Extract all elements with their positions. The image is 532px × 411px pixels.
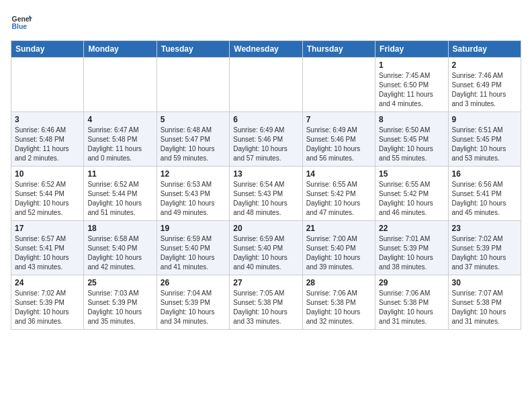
day-info: Sunrise: 6:50 AM Sunset: 5:45 PM Dayligh… <box>379 126 444 163</box>
calendar-cell: 16Sunrise: 6:56 AM Sunset: 5:41 PM Dayli… <box>448 167 521 221</box>
calendar-cell: 7Sunrise: 6:49 AM Sunset: 5:46 PM Daylig… <box>302 112 375 167</box>
day-info: Sunrise: 7:02 AM Sunset: 5:39 PM Dayligh… <box>452 234 517 272</box>
day-number: 25 <box>87 278 152 287</box>
weekday-header: Thursday <box>302 41 375 58</box>
day-info: Sunrise: 7:45 AM Sunset: 6:50 PM Dayligh… <box>379 71 444 109</box>
calendar-cell <box>230 58 302 112</box>
day-number: 5 <box>161 115 226 124</box>
calendar-cell: 25Sunrise: 7:03 AM Sunset: 5:39 PM Dayli… <box>84 275 157 330</box>
weekday-header: Tuesday <box>157 41 229 58</box>
day-number: 4 <box>87 115 152 124</box>
weekday-header: Wednesday <box>230 41 302 58</box>
day-number: 15 <box>379 169 444 179</box>
calendar-cell: 4Sunrise: 6:47 AM Sunset: 5:48 PM Daylig… <box>84 112 157 167</box>
calendar-cell: 29Sunrise: 7:06 AM Sunset: 5:38 PM Dayli… <box>375 275 448 330</box>
day-number: 12 <box>161 169 226 179</box>
calendar-cell: 28Sunrise: 7:06 AM Sunset: 5:38 PM Dayli… <box>302 275 375 330</box>
weekday-header: Monday <box>84 41 157 58</box>
day-number: 7 <box>306 115 371 124</box>
day-number: 20 <box>233 224 298 233</box>
calendar-cell: 30Sunrise: 7:07 AM Sunset: 5:38 PM Dayli… <box>448 275 521 330</box>
day-info: Sunrise: 7:03 AM Sunset: 5:39 PM Dayligh… <box>87 289 152 326</box>
day-number: 6 <box>233 115 298 124</box>
day-number: 19 <box>161 224 226 233</box>
day-number: 2 <box>452 60 517 70</box>
day-info: Sunrise: 7:01 AM Sunset: 5:39 PM Dayligh… <box>379 234 444 272</box>
calendar-cell <box>84 58 157 112</box>
day-info: Sunrise: 6:56 AM Sunset: 5:41 PM Dayligh… <box>452 180 517 218</box>
day-number: 16 <box>452 169 517 179</box>
weekday-header: Friday <box>375 41 448 58</box>
svg-text:Blue: Blue <box>12 23 28 30</box>
day-number: 23 <box>452 224 517 233</box>
calendar-cell: 26Sunrise: 7:04 AM Sunset: 5:39 PM Dayli… <box>157 275 229 330</box>
calendar-cell <box>11 58 84 112</box>
logo: General Blue <box>11 11 32 32</box>
day-info: Sunrise: 6:53 AM Sunset: 5:43 PM Dayligh… <box>161 180 226 218</box>
day-info: Sunrise: 6:54 AM Sunset: 5:43 PM Dayligh… <box>233 180 298 218</box>
calendar-cell: 18Sunrise: 6:58 AM Sunset: 5:40 PM Dayli… <box>84 221 157 275</box>
calendar-cell: 24Sunrise: 7:02 AM Sunset: 5:39 PM Dayli… <box>11 275 84 330</box>
calendar-cell: 6Sunrise: 6:49 AM Sunset: 5:46 PM Daylig… <box>230 112 302 167</box>
calendar-cell: 21Sunrise: 7:00 AM Sunset: 5:40 PM Dayli… <box>302 221 375 275</box>
day-number: 17 <box>15 224 80 233</box>
day-info: Sunrise: 6:52 AM Sunset: 5:44 PM Dayligh… <box>87 180 152 218</box>
calendar-week-row: 1Sunrise: 7:45 AM Sunset: 6:50 PM Daylig… <box>11 58 521 112</box>
calendar-cell: 27Sunrise: 7:05 AM Sunset: 5:38 PM Dayli… <box>230 275 302 330</box>
day-info: Sunrise: 6:46 AM Sunset: 5:48 PM Dayligh… <box>15 126 80 163</box>
calendar-table: SundayMondayTuesdayWednesdayThursdayFrid… <box>11 40 521 330</box>
calendar-cell: 10Sunrise: 6:52 AM Sunset: 5:44 PM Dayli… <box>11 167 84 221</box>
page-header: General Blue <box>11 11 521 32</box>
calendar-cell: 19Sunrise: 6:59 AM Sunset: 5:40 PM Dayli… <box>157 221 229 275</box>
day-number: 8 <box>379 115 444 124</box>
day-info: Sunrise: 7:46 AM Sunset: 6:49 PM Dayligh… <box>452 71 517 109</box>
calendar-cell: 8Sunrise: 6:50 AM Sunset: 5:45 PM Daylig… <box>375 112 448 167</box>
calendar-cell <box>157 58 229 112</box>
day-number: 22 <box>379 224 444 233</box>
day-info: Sunrise: 7:06 AM Sunset: 5:38 PM Dayligh… <box>379 289 444 326</box>
day-info: Sunrise: 6:59 AM Sunset: 5:40 PM Dayligh… <box>161 234 226 272</box>
day-info: Sunrise: 6:59 AM Sunset: 5:40 PM Dayligh… <box>233 234 298 272</box>
calendar-week-row: 3Sunrise: 6:46 AM Sunset: 5:48 PM Daylig… <box>11 112 521 167</box>
day-info: Sunrise: 6:51 AM Sunset: 5:45 PM Dayligh… <box>452 126 517 163</box>
day-info: Sunrise: 7:00 AM Sunset: 5:40 PM Dayligh… <box>306 234 371 272</box>
calendar-cell: 5Sunrise: 6:48 AM Sunset: 5:47 PM Daylig… <box>157 112 229 167</box>
calendar-cell: 17Sunrise: 6:57 AM Sunset: 5:41 PM Dayli… <box>11 221 84 275</box>
day-number: 28 <box>306 278 371 287</box>
logo-icon: General Blue <box>11 11 32 32</box>
day-info: Sunrise: 7:02 AM Sunset: 5:39 PM Dayligh… <box>15 289 80 326</box>
calendar-cell: 20Sunrise: 6:59 AM Sunset: 5:40 PM Dayli… <box>230 221 302 275</box>
day-number: 3 <box>15 115 80 124</box>
day-number: 30 <box>452 278 517 287</box>
day-info: Sunrise: 7:06 AM Sunset: 5:38 PM Dayligh… <box>306 289 371 326</box>
day-info: Sunrise: 6:52 AM Sunset: 5:44 PM Dayligh… <box>15 180 80 218</box>
calendar-cell: 12Sunrise: 6:53 AM Sunset: 5:43 PM Dayli… <box>157 167 229 221</box>
weekday-header: Sunday <box>11 41 84 58</box>
day-info: Sunrise: 6:47 AM Sunset: 5:48 PM Dayligh… <box>87 126 152 163</box>
day-number: 1 <box>379 60 444 70</box>
calendar-cell: 14Sunrise: 6:55 AM Sunset: 5:42 PM Dayli… <box>302 167 375 221</box>
calendar-cell: 13Sunrise: 6:54 AM Sunset: 5:43 PM Dayli… <box>230 167 302 221</box>
calendar-cell: 9Sunrise: 6:51 AM Sunset: 5:45 PM Daylig… <box>448 112 521 167</box>
day-number: 9 <box>452 115 517 124</box>
calendar-cell: 3Sunrise: 6:46 AM Sunset: 5:48 PM Daylig… <box>11 112 84 167</box>
day-number: 14 <box>306 169 371 179</box>
day-number: 18 <box>87 224 152 233</box>
calendar-cell: 22Sunrise: 7:01 AM Sunset: 5:39 PM Dayli… <box>375 221 448 275</box>
day-info: Sunrise: 6:57 AM Sunset: 5:41 PM Dayligh… <box>15 234 80 272</box>
calendar-cell: 23Sunrise: 7:02 AM Sunset: 5:39 PM Dayli… <box>448 221 521 275</box>
day-number: 21 <box>306 224 371 233</box>
day-number: 13 <box>233 169 298 179</box>
day-info: Sunrise: 7:07 AM Sunset: 5:38 PM Dayligh… <box>452 289 517 326</box>
weekday-header-row: SundayMondayTuesdayWednesdayThursdayFrid… <box>11 41 521 58</box>
calendar-week-row: 24Sunrise: 7:02 AM Sunset: 5:39 PM Dayli… <box>11 275 521 330</box>
day-number: 10 <box>15 169 80 179</box>
day-info: Sunrise: 6:58 AM Sunset: 5:40 PM Dayligh… <box>87 234 152 272</box>
calendar-cell <box>302 58 375 112</box>
day-info: Sunrise: 6:55 AM Sunset: 5:42 PM Dayligh… <box>306 180 371 218</box>
day-number: 11 <box>87 169 152 179</box>
day-info: Sunrise: 6:48 AM Sunset: 5:47 PM Dayligh… <box>161 126 226 163</box>
calendar-week-row: 17Sunrise: 6:57 AM Sunset: 5:41 PM Dayli… <box>11 221 521 275</box>
weekday-header: Saturday <box>448 41 521 58</box>
day-info: Sunrise: 7:05 AM Sunset: 5:38 PM Dayligh… <box>233 289 298 326</box>
